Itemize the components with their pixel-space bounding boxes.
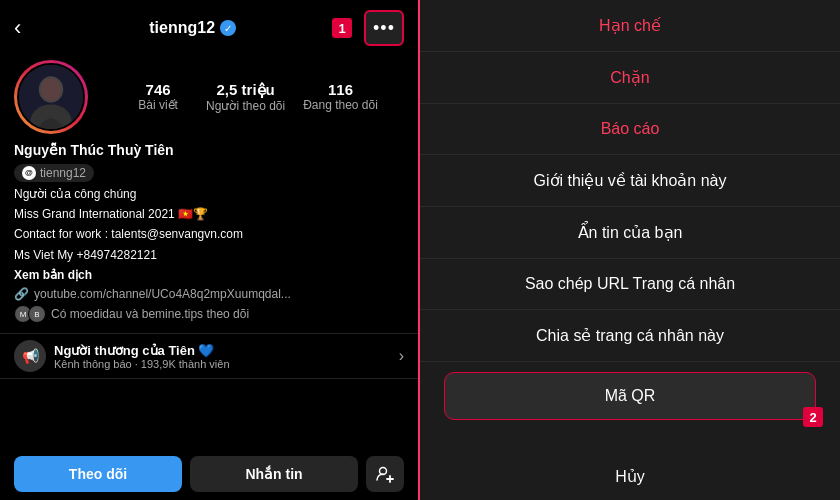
username-area: tienng12 ✓ xyxy=(149,19,236,37)
menu-item-an-tin[interactable]: Ẩn tin của bạn xyxy=(420,207,840,259)
threads-badge[interactable]: @ tienng12 xyxy=(14,164,94,182)
channel-row[interactable]: 📢 Người thương của Tiên 💙 Kênh thông báo… xyxy=(0,333,418,379)
username-text: tienng12 xyxy=(149,19,215,37)
threads-handle: tienng12 xyxy=(40,166,86,180)
menu-item-gioi-thieu[interactable]: Giới thiệu về tài khoản này xyxy=(420,155,840,207)
more-button[interactable]: ••• xyxy=(364,10,404,46)
avatar xyxy=(17,63,85,131)
following-label: Đang theo dõi xyxy=(303,98,378,112)
stats-row: 746 Bài viết 2,5 triệu Người theo dõi 11… xyxy=(102,81,404,113)
tiny-avatars: M B xyxy=(14,305,46,323)
top-bar: ‹ tienng12 ✓ ••• 1 xyxy=(0,0,418,56)
stat-posts: 746 Bài viết xyxy=(128,81,188,113)
link-icon: 🔗 xyxy=(14,287,29,301)
profile-info: Nguyễn Thúc Thuỳ Tiên @ tienng12 Người c… xyxy=(0,140,418,331)
stat-following: 116 Đang theo dõi xyxy=(303,81,378,113)
tiny-avatar-2: B xyxy=(28,305,46,323)
display-name: Nguyễn Thúc Thuỳ Tiên xyxy=(14,142,404,158)
channel-sub: Kênh thông báo · 193,9K thành viên xyxy=(54,358,230,370)
menu-item-chia-se[interactable]: Chia sẻ trang cá nhân này xyxy=(420,310,840,362)
profile-panel: ‹ tienng12 ✓ ••• 1 xyxy=(0,0,420,500)
avatar-container xyxy=(14,60,88,134)
avatar-ring xyxy=(14,60,88,134)
channel-info: Người thương của Tiên 💙 Kênh thông báo ·… xyxy=(54,343,230,370)
channel-icon: 📢 xyxy=(14,340,46,372)
profile-header: 746 Bài viết 2,5 triệu Người theo dõi 11… xyxy=(0,56,418,140)
channel-name: Người thương của Tiên 💙 xyxy=(54,343,230,358)
followers-count: 2,5 triệu xyxy=(217,81,275,99)
link-text: youtube.com/channel/UCo4A8q2mpXuumqdal..… xyxy=(34,287,291,301)
followers-mention: M B Có moedidau và bemine.tips theo dõi xyxy=(14,305,404,323)
menu-item-bao-cao[interactable]: Báo cáo xyxy=(420,104,840,155)
menu-items: Hạn chế Chặn Báo cáo Giới thiệu về tài k… xyxy=(420,0,840,449)
xem-ban-dich[interactable]: Xem bản dịch xyxy=(14,267,404,284)
profile-link[interactable]: 🔗 youtube.com/channel/UCo4A8q2mpXuumqdal… xyxy=(14,287,404,301)
action-buttons: Theo dõi Nhắn tin xyxy=(0,448,418,500)
qr-label: Mã QR xyxy=(605,387,656,404)
qr-code-button[interactable]: Mã QR 2 xyxy=(444,372,816,420)
badge-1: 1 xyxy=(332,18,352,38)
svg-point-3 xyxy=(41,78,62,101)
following-count: 116 xyxy=(328,81,353,98)
followers-mention-text: Có moedidau và bemine.tips theo dõi xyxy=(51,307,249,321)
bio-line-3: Contact for work : talents@senvangvn.com xyxy=(14,226,404,243)
bio-line-4: Ms Viet My +84974282121 xyxy=(14,247,404,264)
menu-item-han-che[interactable]: Hạn chế xyxy=(420,0,840,52)
message-button[interactable]: Nhắn tin xyxy=(190,456,358,492)
avatar-image xyxy=(19,63,83,131)
bio-line-2: Miss Grand International 2021 🇻🇳🏆 xyxy=(14,206,404,223)
add-friend-button[interactable] xyxy=(366,456,404,492)
menu-item-sao-chep[interactable]: Sao chép URL Trang cá nhân xyxy=(420,259,840,310)
channel-arrow-icon: › xyxy=(399,347,404,365)
follow-button[interactable]: Theo dõi xyxy=(14,456,182,492)
channel-left: 📢 Người thương của Tiên 💙 Kênh thông báo… xyxy=(14,340,230,372)
posts-label: Bài viết xyxy=(138,98,178,112)
threads-icon: @ xyxy=(22,166,36,180)
cancel-button[interactable]: Hủy xyxy=(420,453,840,500)
menu-item-chan[interactable]: Chặn xyxy=(420,52,840,104)
back-button[interactable]: ‹ xyxy=(14,15,21,41)
followers-label: Người theo dõi xyxy=(206,99,285,113)
bio-line-1: Người của công chúng xyxy=(14,186,404,203)
verified-icon: ✓ xyxy=(220,20,236,36)
badge-2: 2 xyxy=(803,407,823,427)
context-menu-panel: Hạn chế Chặn Báo cáo Giới thiệu về tài k… xyxy=(420,0,840,500)
posts-count: 746 xyxy=(146,81,171,98)
stat-followers: 2,5 triệu Người theo dõi xyxy=(206,81,285,113)
